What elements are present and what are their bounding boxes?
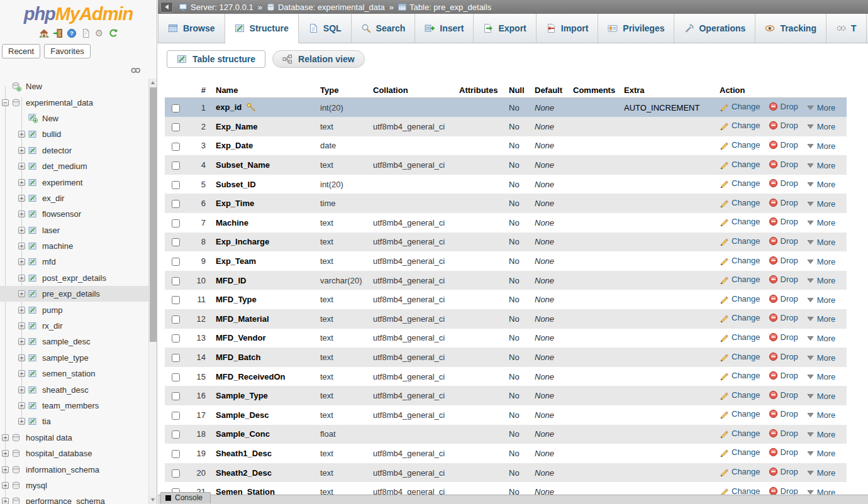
tree-item-semen-station[interactable]: semen_station	[0, 366, 149, 381]
expand-expander-icon[interactable]	[2, 466, 9, 473]
drop-link[interactable]: Drop	[769, 313, 798, 322]
favorites-button[interactable]: Favorites	[44, 44, 90, 58]
field-collation-cell[interactable]: utf8mb4_general_ci	[370, 444, 457, 463]
expand-expander-icon[interactable]	[18, 195, 25, 202]
tree-item-experiment[interactable]: experiment	[0, 174, 149, 190]
drop-link[interactable]: Drop	[769, 447, 798, 457]
row-checkbox[interactable]	[172, 219, 180, 227]
change-link[interactable]: Change	[720, 236, 760, 246]
tree-item-experimental-data[interactable]: experimental_data	[0, 94, 149, 110]
docs-icon[interactable]	[80, 28, 91, 38]
tree-item-pre-exp-details[interactable]: pre_exp_details	[0, 286, 149, 302]
row-checkbox[interactable]	[172, 143, 180, 151]
expand-expander-icon[interactable]	[18, 338, 25, 345]
tab-operations[interactable]: Operations	[674, 14, 755, 43]
tree-item-information-schema[interactable]: information_schema	[0, 461, 149, 477]
field-collation-cell[interactable]	[370, 425, 457, 444]
more-link[interactable]: More	[806, 334, 836, 343]
tree-item-mysql[interactable]: mysql	[0, 478, 149, 493]
drop-link[interactable]: Drop	[769, 236, 798, 246]
tree-item-flowsensor[interactable]: flowsensor	[0, 206, 149, 222]
logout-icon[interactable]	[52, 28, 63, 38]
more-link[interactable]: More	[806, 141, 836, 151]
drop-link[interactable]: Drop	[769, 467, 798, 476]
drop-link[interactable]: Drop	[769, 121, 798, 130]
field-collation-cell[interactable]	[370, 194, 457, 213]
field-collation-cell[interactable]: utf8mb4_general_ci	[370, 405, 457, 425]
drop-link[interactable]: Drop	[769, 294, 798, 304]
expand-expander-icon[interactable]	[18, 211, 25, 217]
field-collation-cell[interactable]: utf8mb4_general_ci	[370, 386, 457, 405]
drop-link[interactable]: Drop	[769, 409, 798, 419]
field-collation-cell[interactable]: utf8mb4_general_ci	[370, 463, 457, 483]
drop-link[interactable]: Drop	[769, 275, 798, 284]
drop-link[interactable]: Drop	[769, 429, 798, 438]
field-collation-cell[interactable]	[370, 136, 457, 156]
row-checkbox[interactable]	[172, 373, 180, 381]
change-link[interactable]: Change	[720, 140, 760, 150]
more-link[interactable]: More	[806, 468, 836, 478]
expand-expander-icon[interactable]	[18, 386, 25, 393]
field-collation-cell[interactable]: utf8mb4_general_ci	[370, 233, 457, 252]
field-collation-cell[interactable]: utf8mb4_general_ci	[370, 117, 457, 136]
field-collation-cell[interactable]: utf8mb4_general_ci	[370, 213, 457, 233]
field-collation-cell[interactable]: utf8mb4_general_ci	[370, 155, 457, 175]
drop-link[interactable]: Drop	[769, 217, 798, 226]
tree-item-post-expr-details[interactable]: post_expr_details	[0, 270, 149, 286]
row-checkbox[interactable]	[172, 469, 180, 478]
row-checkbox[interactable]	[172, 238, 180, 246]
row-checkbox[interactable]	[172, 123, 180, 131]
change-link[interactable]: Change	[720, 332, 760, 342]
tree-item-tia[interactable]: tia	[0, 414, 149, 429]
tree-item-machine[interactable]: machine	[0, 238, 149, 254]
unlink-panel-icon[interactable]	[130, 67, 142, 76]
more-link[interactable]: More	[806, 410, 836, 420]
tree-item-new[interactable]: New	[0, 79, 149, 94]
row-checkbox[interactable]	[172, 450, 180, 458]
tree-item-hospital-database[interactable]: hospital_database	[0, 446, 149, 461]
tree-item-mfd[interactable]: mfd	[0, 254, 149, 270]
scrollbar-down-arrow[interactable]	[149, 496, 157, 504]
expand-expander-icon[interactable]	[18, 258, 25, 265]
more-link[interactable]: More	[806, 430, 836, 439]
more-link[interactable]: More	[806, 392, 836, 401]
tree-item-performance-schema[interactable]: performance_schema	[0, 493, 149, 504]
settings-icon[interactable]: ⚙	[94, 28, 104, 38]
field-collation-cell[interactable]: utf8mb4_general_ci	[370, 271, 457, 290]
home-icon[interactable]	[38, 28, 49, 38]
field-collation-cell[interactable]	[370, 98, 457, 118]
tree-item-det-medium[interactable]: det_medium	[0, 158, 149, 174]
row-checkbox[interactable]	[172, 162, 180, 170]
drop-link[interactable]: Drop	[769, 102, 798, 111]
console-toggle[interactable]: Console	[160, 492, 211, 503]
more-link[interactable]: More	[806, 353, 836, 363]
change-link[interactable]: Change	[720, 313, 760, 322]
more-link[interactable]: More	[806, 103, 836, 112]
tree-item-pump[interactable]: pump	[0, 302, 149, 317]
field-collation-cell[interactable]	[370, 175, 457, 194]
tree-item-laser[interactable]: laser	[0, 222, 149, 238]
row-checkbox[interactable]	[172, 412, 180, 420]
change-link[interactable]: Change	[720, 294, 760, 304]
change-link[interactable]: Change	[720, 409, 760, 419]
drop-link[interactable]: Drop	[769, 178, 798, 188]
expand-expander-icon[interactable]	[18, 227, 25, 234]
expand-expander-icon[interactable]	[18, 418, 25, 425]
tab-browse[interactable]: Browse	[158, 14, 225, 43]
expand-expander-icon[interactable]	[18, 131, 25, 138]
row-checkbox[interactable]	[172, 430, 180, 439]
tab-t[interactable]: T	[826, 14, 867, 43]
tree-item-rx-dir[interactable]: rx_dir	[0, 318, 149, 334]
expand-expander-icon[interactable]	[18, 163, 25, 170]
tree-item-sheath-desc[interactable]: sheath_desc	[0, 381, 149, 397]
drop-link[interactable]: Drop	[769, 140, 798, 150]
more-link[interactable]: More	[806, 276, 836, 285]
tab-export[interactable]: Export	[474, 14, 536, 43]
row-checkbox[interactable]	[172, 334, 180, 342]
tree-item-bullid[interactable]: bullid	[0, 126, 149, 142]
phpmyadmin-logo[interactable]: phpMyAdmin	[0, 0, 157, 25]
more-link[interactable]: More	[806, 314, 836, 324]
tree-item-sample-desc[interactable]: sample_desc	[0, 334, 149, 349]
collapse-expander-icon[interactable]	[2, 99, 9, 106]
tree-item-ex-dir[interactable]: ex_dir	[0, 190, 149, 206]
